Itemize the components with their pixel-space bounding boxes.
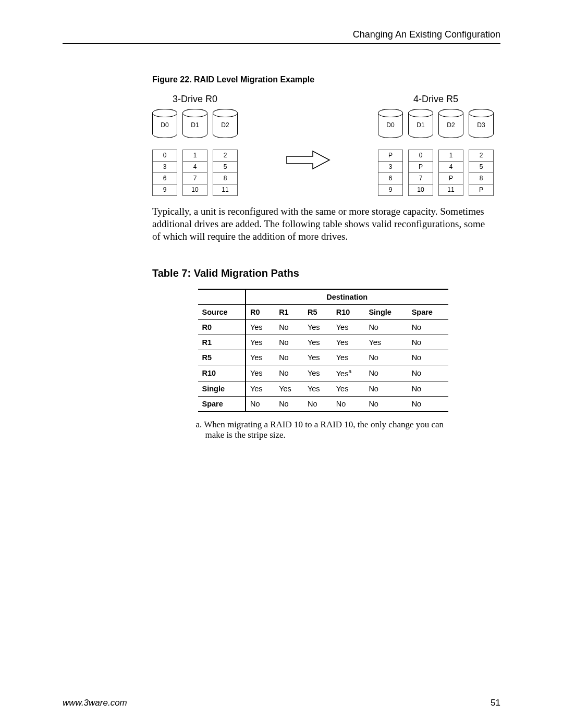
footnote-text: When migrating a RAID 10 to a RAID 10, t… [204, 419, 444, 440]
table-value-cell: Yes [303, 365, 332, 381]
page: Changing An Existing Configuration Figur… [0, 0, 563, 728]
table-value-cell: Yes [332, 350, 365, 365]
page-footer: www.3ware.com 51 [63, 698, 500, 708]
cylinder-icon: D0 [152, 109, 177, 138]
table-value-cell: No [364, 397, 407, 412]
table-column-header: R0 [246, 305, 275, 320]
table-source-cell: Spare [198, 397, 246, 412]
data-cell: 1 [439, 150, 463, 162]
footnote-mark: a. [196, 419, 202, 429]
table-source-cell: Single [198, 381, 246, 397]
data-cell: 9 [153, 184, 177, 196]
table-value-cell: No [275, 335, 303, 350]
data-cell: 7 [409, 173, 433, 184]
table-value-cell: No [408, 397, 448, 412]
data-cell: 5 [469, 162, 493, 173]
data-cell: 0 [153, 150, 177, 162]
footer-page-number: 51 [491, 698, 500, 708]
table-value-cell: Yes [246, 381, 275, 397]
table-value-cell: No [364, 365, 407, 381]
data-column: 258P [469, 150, 494, 196]
data-cell: 10 [409, 184, 433, 196]
table-value-cell: No [408, 381, 448, 397]
drive-cylinder: D3 [469, 109, 494, 138]
table-column-header: R1 [275, 305, 303, 320]
table-row: R10YesNoYesYesaNoNo [198, 365, 448, 381]
migration-paths-table: Destination Source R0R1R5R10SingleSpare … [198, 289, 448, 412]
table-value-cell: No [408, 335, 448, 350]
data-cell: P [409, 162, 433, 173]
data-cell: 0 [409, 150, 433, 162]
left-data-columns: 03691471025811 [152, 150, 238, 196]
table-value-cell: No [408, 365, 448, 381]
table-source-cell: R1 [198, 335, 246, 350]
drive-cylinder: D2 [438, 109, 463, 138]
right-drives-row: D0D1D2D3 [378, 109, 494, 138]
cylinder-icon: D2 [213, 109, 238, 138]
table-value-cell: No [275, 365, 303, 381]
table-column-header: Spare [408, 305, 448, 320]
drive-label: D1 [183, 121, 207, 129]
cylinder-icon: D0 [378, 109, 403, 138]
data-cell: 11 [439, 184, 463, 196]
table-title: Table 7: Valid Migration Paths [152, 267, 494, 279]
table-blank-corner [198, 289, 246, 305]
table-column-header: Single [364, 305, 407, 320]
diagram-left-title: 3-Drive R0 [173, 94, 217, 105]
left-drives-row: D0D1D2 [152, 109, 238, 138]
table-footnote: a. When migrating a RAID 10 to a RAID 10… [196, 419, 450, 440]
data-cell: 6 [378, 173, 402, 184]
table-value-cell: Yes [246, 320, 275, 335]
data-cell: P [439, 173, 463, 184]
data-cell: 8 [213, 173, 237, 184]
data-column: 25811 [213, 150, 238, 196]
table-value-cell: No [303, 397, 332, 412]
data-cell: 8 [469, 173, 493, 184]
table-value-cell: No [246, 397, 275, 412]
table-row: R0YesNoYesYesNoNo [198, 320, 448, 335]
drive-label: D1 [409, 121, 433, 129]
table-value-cell: Yes [246, 335, 275, 350]
right-data-columns: P3690P71014P11258P [378, 150, 494, 196]
drive-label: D2 [213, 121, 237, 129]
table-row: SingleYesYesYesYesNoNo [198, 381, 448, 397]
data-cell: 4 [439, 162, 463, 173]
drive-cylinder: D0 [378, 109, 403, 138]
data-column: 14P11 [438, 150, 463, 196]
table-value-cell: Yes [303, 350, 332, 365]
data-cell: 2 [469, 150, 493, 162]
data-cell: 10 [183, 184, 207, 196]
table-value-cell: Yes [332, 320, 365, 335]
body-paragraph: Typically, a unit is reconfigured with t… [152, 205, 494, 242]
data-cell: P [378, 150, 402, 162]
table-value-cell: Yes [332, 381, 365, 397]
table-value-cell: No [408, 320, 448, 335]
drive-label: D2 [439, 121, 463, 129]
diagram-right-title: 4-Drive R5 [413, 94, 458, 105]
table-row: R1YesNoYesYesYesNo [198, 335, 448, 350]
header-rule [63, 43, 500, 44]
table-value-cell: No [275, 397, 303, 412]
content-area: Figure 22. RAID Level Migration Example … [152, 75, 494, 440]
data-cell: 9 [378, 184, 402, 196]
data-column: 0369 [152, 150, 177, 196]
data-column: 14710 [182, 150, 207, 196]
table-value-cell: Yes [275, 381, 303, 397]
diagram-right-group: 4-Drive R5 D0D1D2D3 P3690P71014P11258P [378, 94, 494, 196]
cylinder-icon: D2 [438, 109, 463, 138]
drive-cylinder: D1 [182, 109, 207, 138]
table-value-cell: Yes [332, 335, 365, 350]
table-source-cell: R5 [198, 350, 246, 365]
table-value-cell: No [364, 350, 407, 365]
table-value-cell: No [364, 320, 407, 335]
footer-url: www.3ware.com [63, 698, 127, 708]
table-destination-header: Destination [246, 289, 448, 305]
data-cell: 2 [213, 150, 237, 162]
cylinder-icon: D1 [182, 109, 207, 138]
table-value-cell: No [332, 397, 365, 412]
data-cell: 3 [153, 162, 177, 173]
table-column-header: R5 [303, 305, 332, 320]
data-cell: 4 [183, 162, 207, 173]
data-cell: 6 [153, 173, 177, 184]
drive-cylinder: D1 [408, 109, 433, 138]
